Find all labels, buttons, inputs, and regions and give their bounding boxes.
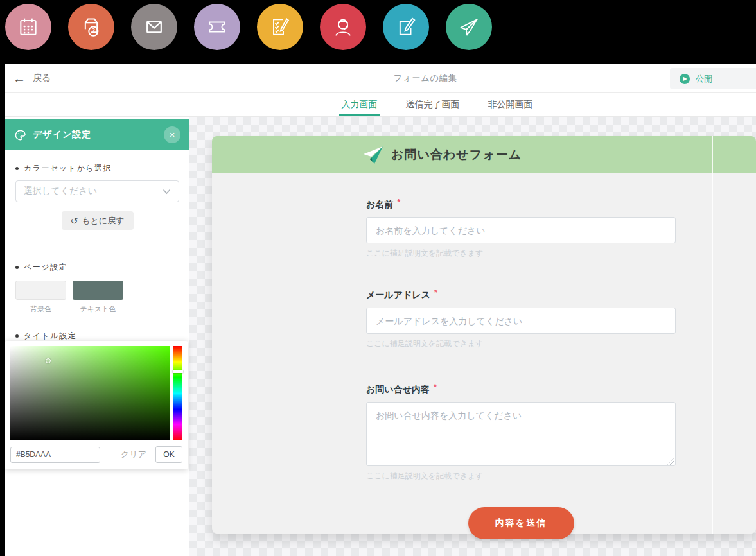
required-asterisk: * — [434, 382, 437, 392]
page-title: フォームの編集 — [394, 64, 457, 92]
tab-input-screen[interactable]: 入力画面 — [339, 93, 380, 116]
field-label-email: メールアドレス — [366, 290, 430, 301]
close-icon[interactable]: ✕ — [164, 126, 180, 143]
compose-icon[interactable] — [383, 4, 429, 50]
page-background-swatch[interactable] — [15, 281, 66, 300]
page-text-swatch[interactable] — [73, 281, 123, 300]
chevron-down-icon — [163, 189, 171, 195]
form-title-bar[interactable]: お問い合わせフォーム — [212, 136, 756, 173]
color-picker-popup: クリア OK — [5, 341, 188, 469]
service-icon-row: ? — [5, 4, 492, 50]
name-input[interactable] — [366, 217, 676, 243]
reset-button[interactable]: ↺ もとに戻す — [62, 211, 134, 230]
hex-color-input[interactable] — [10, 447, 100, 463]
form-logo-icon — [362, 144, 384, 165]
form-editor-app: ← 戻る フォームの編集 ▶ 公開 入力画面 送信完了画面 非公開画面 デザイン… — [5, 64, 756, 556]
tab-private-screen[interactable]: 非公開画面 — [486, 93, 536, 116]
box-question-icon[interactable]: ? — [68, 4, 114, 50]
form-title: お問い合わせフォーム — [391, 146, 522, 163]
back-label: 戻る — [33, 73, 51, 84]
field-helper-text: ここに補足説明文を記載できます — [366, 471, 676, 482]
card-seam-divider — [712, 136, 713, 534]
preview-canvas: お問い合わせフォーム お名前 * ここに補足説明文を記載できます メールアドレス — [189, 117, 756, 556]
page-swatch-row: 背景色 テキスト色 — [15, 281, 189, 314]
field-label-message: お問い合せ内容 — [366, 384, 430, 395]
field-label-name: お名前 — [366, 199, 393, 211]
design-settings-sidebar: デザイン設定 ✕ カラーセットから選択 選択してください ↺ もとに戻す ページ… — [5, 117, 189, 556]
paper-plane-icon[interactable] — [446, 4, 492, 50]
ticket-icon[interactable] — [194, 4, 240, 50]
publish-label: 公開 — [696, 73, 712, 85]
publish-button[interactable]: ▶ 公開 — [670, 68, 756, 89]
saturation-square[interactable] — [10, 346, 170, 440]
colorset-section-label: カラーセットから選択 — [15, 163, 189, 174]
back-button[interactable]: ← 戻る — [13, 64, 51, 92]
required-asterisk: * — [434, 288, 437, 297]
topbar: ← 戻る フォームの編集 ▶ 公開 — [5, 64, 756, 93]
reset-label: もとに戻す — [82, 215, 124, 227]
submit-button[interactable]: 内容を送信 — [468, 507, 574, 539]
form-preview-card: お問い合わせフォーム お名前 * ここに補足説明文を記載できます メールアドレス — [212, 136, 756, 534]
checklist-pencil-icon[interactable] — [257, 4, 303, 50]
field-helper-text: ここに補足説明文を記載できます — [366, 338, 676, 349]
page-text-swatch-label: テキスト色 — [73, 304, 123, 314]
page-background-swatch-label: 背景色 — [15, 304, 66, 314]
svg-text:?: ? — [91, 27, 95, 35]
back-arrow-icon: ← — [13, 72, 26, 85]
message-textarea[interactable] — [366, 402, 676, 466]
sidebar-title: デザイン設定 — [33, 129, 91, 141]
palette-icon — [14, 129, 26, 141]
saturation-cursor[interactable] — [46, 358, 51, 363]
calendar-icon[interactable] — [5, 4, 51, 50]
email-input[interactable] — [366, 308, 676, 334]
ok-button[interactable]: OK — [155, 446, 182, 463]
field-helper-text: ここに補足説明文を記載できます — [366, 248, 676, 259]
support-agent-icon[interactable] — [320, 4, 366, 50]
sidebar-header: デザイン設定 ✕ — [5, 119, 189, 150]
page-section-label: ページ設定 — [15, 262, 189, 273]
colorset-select-value: 選択してください — [24, 186, 97, 197]
form-fields: お名前 * ここに補足説明文を記載できます メールアドレス * ここに補足説明文… — [366, 199, 676, 539]
screen-tabbar: 入力画面 送信完了画面 非公開画面 — [5, 93, 756, 117]
hue-slider[interactable] — [173, 346, 182, 440]
mail-icon[interactable] — [131, 4, 177, 50]
colorset-select[interactable]: 選択してください — [15, 180, 179, 202]
undo-icon: ↺ — [71, 216, 78, 226]
title-section-label: タイトル設定 — [15, 331, 189, 342]
tab-complete-screen[interactable]: 送信完了画面 — [403, 93, 462, 116]
clear-button[interactable]: クリア — [121, 449, 146, 460]
publish-play-icon: ▶ — [680, 74, 690, 84]
hue-cursor[interactable] — [173, 370, 183, 373]
required-asterisk: * — [397, 197, 400, 207]
